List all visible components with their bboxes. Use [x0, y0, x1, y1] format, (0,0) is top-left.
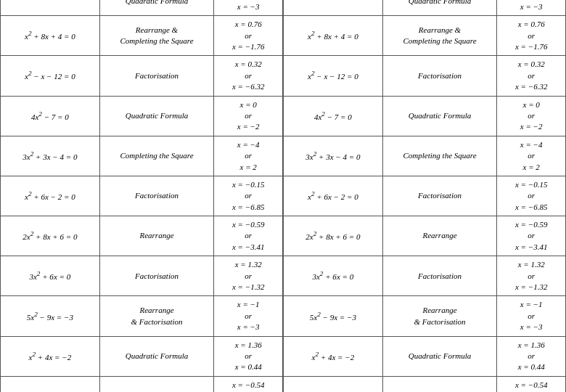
- method-cell: Factorisation: [382, 176, 497, 216]
- method-cell: Quadratic Formula: [382, 96, 497, 136]
- answer-cell: x = −1orx = −3: [214, 296, 283, 336]
- answer-cell: x = 0orx = −2: [214, 96, 283, 136]
- right-table: x2 + 7x + 1 = 0Rearrange &Quadratic Form…: [283, 0, 566, 392]
- answer-cell: x = −0.54orx = −7.46: [214, 376, 283, 392]
- answer-cell: x = 0.76orx = −1.76: [497, 16, 566, 56]
- answer-cell: x = −1orx = −3: [497, 296, 566, 336]
- method-cell: Rearrange& Factorisation: [382, 296, 497, 336]
- answer-cell: x = 0.32orx = −6.32: [214, 56, 283, 96]
- method-cell: Factorisation: [99, 176, 214, 216]
- answer-cell: x = 1.32orx = −1.32: [497, 256, 566, 296]
- method-cell: Quadratic Formula: [382, 336, 497, 376]
- answer-cell: x = 0.76orx = −1.76: [214, 16, 283, 56]
- method-cell: Rearrange& Factorisation: [99, 296, 214, 336]
- equation-cell: x2 + 6x − 2 = 0: [1, 176, 100, 216]
- method-cell: Completing the Square: [99, 376, 214, 392]
- method-cell: Rearrange &Quadratic Formula: [99, 0, 214, 16]
- answer-cell: x = −0.15orx = −6.85: [214, 176, 283, 216]
- answer-cell: x = −4orx = 2: [497, 136, 566, 176]
- equation-cell: 4x2 − 7 = 0: [1, 96, 100, 136]
- equation-cell: x2 + 6x − 2 = 0: [284, 176, 383, 216]
- equation-cell: x2 + 4x = −2: [284, 336, 383, 376]
- method-cell: Completing the Square: [382, 376, 497, 392]
- equation-cell: 2x2 + 8x + 6 = 0: [1, 216, 100, 256]
- method-cell: Quadratic Formula: [99, 336, 214, 376]
- left-table: x2 + 7x + 1 = 0Rearrange &Quadratic Form…: [0, 0, 283, 392]
- answer-cell: x = 4orx = −3: [497, 0, 566, 16]
- equation-cell: 5x2 − 9x = −3: [284, 296, 383, 336]
- method-cell: Quadratic Formula: [99, 96, 214, 136]
- method-cell: Rearrange: [99, 216, 214, 256]
- method-cell: Rearrange: [382, 216, 497, 256]
- answer-cell: x = 4orx = −3: [214, 0, 283, 16]
- main-container: x2 + 7x + 1 = 0Rearrange &Quadratic Form…: [0, 0, 566, 392]
- answer-cell: x = 1.36orx = 0.44: [214, 336, 283, 376]
- equation-cell: x2 + 7x + 1 = 0: [1, 0, 100, 16]
- method-cell: Factorisation: [99, 56, 214, 96]
- equation-cell: x2 + 2x = 8: [284, 376, 383, 392]
- answer-cell: x = −4orx = 2: [214, 136, 283, 176]
- equation-cell: x2 + 4x = −2: [1, 336, 100, 376]
- answer-cell: x = −0.54orx = −7.46: [497, 376, 566, 392]
- method-cell: Rearrange &Completing the Square: [99, 16, 214, 56]
- equation-cell: x2 − x − 12 = 0: [284, 56, 383, 96]
- equation-cell: 3x2 + 6x = 0: [284, 256, 383, 296]
- method-cell: Completing the Square: [99, 136, 214, 176]
- equation-cell: x2 + 8x + 4 = 0: [1, 16, 100, 56]
- answer-cell: x = 0orx = −2: [497, 96, 566, 136]
- method-cell: Completing the Square: [382, 136, 497, 176]
- method-cell: Factorisation: [382, 56, 497, 96]
- answer-cell: x = 1.36orx = 0.44: [497, 336, 566, 376]
- answer-cell: x = 0.32orx = −6.32: [497, 56, 566, 96]
- answer-cell: x = −0.59orx = −3.41: [214, 216, 283, 256]
- answer-cell: x = −0.59orx = −3.41: [497, 216, 566, 256]
- method-cell: Rearrange &Quadratic Formula: [382, 0, 497, 16]
- equation-cell: 4x2 − 7 = 0: [284, 96, 383, 136]
- method-cell: Rearrange &Completing the Square: [382, 16, 497, 56]
- equation-cell: 3x2 + 3x − 4 = 0: [284, 136, 383, 176]
- answer-cell: x = −0.15orx = −6.85: [497, 176, 566, 216]
- equation-cell: 5x2 − 9x = −3: [1, 296, 100, 336]
- method-cell: Factorisation: [99, 256, 214, 296]
- answer-cell: x = 1.32orx = −1.32: [214, 256, 283, 296]
- equation-cell: x2 + 2x = 8: [1, 376, 100, 392]
- equation-cell: 2x2 + 8x + 6 = 0: [284, 216, 383, 256]
- equation-cell: x2 + 7x + 1 = 0: [284, 0, 383, 16]
- equation-cell: 3x2 + 6x = 0: [1, 256, 100, 296]
- equation-cell: x2 − x − 12 = 0: [1, 56, 100, 96]
- equation-cell: 3x2 + 3x − 4 = 0: [1, 136, 100, 176]
- equation-cell: x2 + 8x + 4 = 0: [284, 16, 383, 56]
- method-cell: Factorisation: [382, 256, 497, 296]
